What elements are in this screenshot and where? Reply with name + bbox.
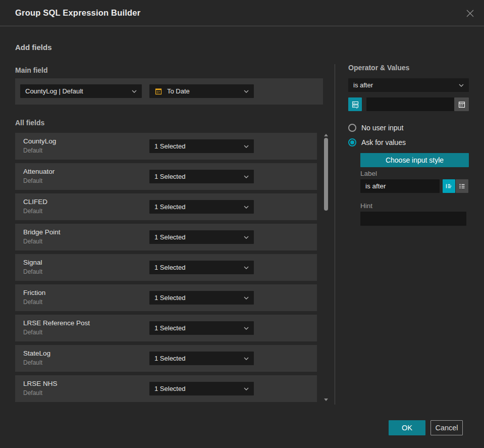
calendar-icon: [458, 101, 466, 109]
radio-icon: [348, 138, 356, 146]
dialog-title: Group SQL Expression Builder: [15, 8, 140, 18]
dialog-titlebar: Group SQL Expression Builder: [0, 0, 484, 26]
field-selection-value: 1 Selected: [154, 324, 240, 332]
chevron-down-icon: [244, 327, 249, 330]
scrollbar-down-arrow-icon[interactable]: [324, 399, 328, 401]
choose-input-style-button[interactable]: Choose input style: [360, 153, 469, 167]
field-selection-value: 1 Selected: [154, 355, 240, 362]
field-row: CLIFED Default 1 Selected: [15, 193, 317, 220]
group-sql-expression-builder-dialog: Group SQL Expression Builder Add fields …: [0, 0, 484, 448]
field-selection-value: 1 Selected: [154, 142, 240, 150]
label-input[interactable]: [360, 179, 440, 193]
date-picker-button[interactable]: [454, 97, 469, 111]
radio-ask-for-values[interactable]: Ask for values: [348, 138, 406, 146]
calendar-icon: [154, 87, 163, 95]
field-selection-dropdown[interactable]: 1 Selected: [149, 291, 254, 305]
single-value-style-icon: [445, 182, 453, 190]
field-selection-value: 1 Selected: [154, 385, 240, 392]
chevron-down-icon: [459, 84, 464, 87]
list-scrollbar[interactable]: [324, 133, 329, 402]
operator-dropdown-value: is after: [353, 81, 455, 89]
list-style-icon: [458, 182, 466, 190]
value-source-button[interactable]: [348, 97, 362, 111]
main-field-dropdown-value: CountyLog | Default: [25, 87, 128, 95]
field-selection-dropdown[interactable]: 1 Selected: [149, 200, 254, 214]
field-selection-value: 1 Selected: [154, 173, 240, 180]
field-selection-value: 1 Selected: [154, 264, 240, 271]
field-row: StateLog Default 1 Selected: [15, 345, 317, 372]
field-row: Bridge Point Default 1 Selected: [15, 224, 317, 251]
chevron-down-icon: [244, 296, 249, 300]
field-row: Attenuator Default 1 Selected: [15, 163, 317, 190]
date-type-dropdown[interactable]: To Date: [149, 84, 254, 98]
main-field-panel: CountyLog | Default To Date: [15, 78, 323, 105]
field-row: CountyLog Default 1 Selected: [15, 133, 317, 160]
field-selection-dropdown[interactable]: 1 Selected: [149, 382, 254, 395]
all-fields-heading: All fields: [15, 119, 44, 127]
scrollbar-thumb[interactable]: [324, 138, 328, 211]
operator-dropdown[interactable]: is after: [348, 78, 469, 92]
ok-button[interactable]: OK: [389, 420, 425, 435]
radio-icon: [348, 124, 356, 132]
radio-label: Ask for values: [361, 138, 406, 146]
single-value-style-button[interactable]: [443, 179, 455, 193]
stacked-input-icon: [351, 101, 359, 109]
chevron-down-icon: [244, 90, 249, 93]
hint-input[interactable]: [360, 212, 466, 226]
field-row: Friction Default 1 Selected: [15, 284, 317, 311]
close-icon: [466, 9, 474, 18]
chevron-down-icon: [244, 357, 249, 360]
cancel-button[interactable]: Cancel: [431, 420, 463, 435]
input-style-toggle-group: [443, 179, 468, 193]
field-selection-value: 1 Selected: [154, 233, 240, 241]
field-row: Signal Default 1 Selected: [15, 254, 317, 281]
label-field-label: Label: [360, 170, 377, 177]
hint-field-label: Hint: [360, 202, 372, 210]
all-fields-list: CountyLog Default 1 Selected Attenuator …: [15, 133, 317, 406]
panel-divider: [335, 64, 335, 405]
radio-label: No user input: [361, 124, 403, 132]
chevron-down-icon: [244, 266, 249, 269]
field-selection-dropdown[interactable]: 1 Selected: [149, 230, 254, 244]
close-button[interactable]: [464, 7, 476, 19]
main-field-heading: Main field: [15, 66, 48, 74]
field-selection-dropdown[interactable]: 1 Selected: [149, 139, 254, 153]
field-selection-dropdown[interactable]: 1 Selected: [149, 261, 254, 274]
chevron-down-icon: [244, 145, 249, 148]
chevron-down-icon: [132, 90, 137, 93]
field-row: LRSE NHS Default 1 Selected: [15, 375, 317, 402]
main-field-dropdown[interactable]: CountyLog | Default: [20, 84, 142, 98]
field-row: LRSE Reference Post Default 1 Selected: [15, 315, 317, 341]
field-selection-dropdown[interactable]: 1 Selected: [149, 352, 254, 365]
list-style-button[interactable]: [456, 179, 468, 193]
chevron-down-icon: [244, 206, 249, 209]
operator-values-heading: Operator & Values: [348, 64, 409, 72]
date-type-dropdown-value: To Date: [167, 87, 240, 95]
chevron-down-icon: [244, 387, 249, 390]
chevron-down-icon: [244, 236, 249, 239]
radio-no-user-input[interactable]: No user input: [348, 124, 403, 132]
field-selection-dropdown[interactable]: 1 Selected: [149, 321, 254, 335]
field-selection-dropdown[interactable]: 1 Selected: [149, 170, 254, 183]
add-fields-heading: Add fields: [15, 43, 52, 52]
value-input[interactable]: [366, 97, 454, 111]
field-selection-value: 1 Selected: [154, 294, 240, 302]
field-selection-value: 1 Selected: [154, 203, 240, 211]
chevron-down-icon: [244, 175, 249, 178]
scrollbar-up-arrow-icon[interactable]: [324, 134, 328, 136]
